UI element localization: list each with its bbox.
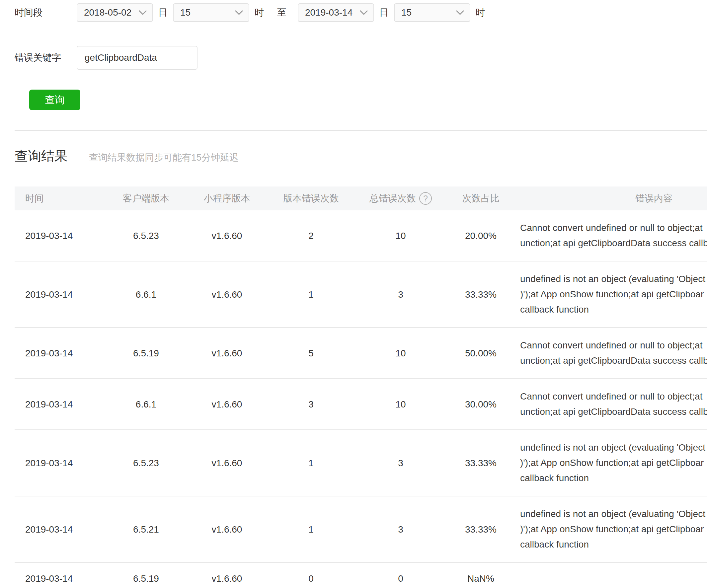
query-button[interactable]: 查询	[29, 90, 80, 110]
hour-suffix-label: 时	[476, 6, 485, 19]
keyword-row: 错误关键字	[14, 46, 707, 70]
day-suffix-label: 日	[158, 6, 168, 19]
cell-date: 2019-03-14	[14, 379, 105, 430]
cell-error-content: Cannot convert undefined or null to obje…	[516, 379, 707, 430]
cell-ratio: 33.33%	[445, 496, 516, 562]
cell-mp-version: v1.6.60	[188, 562, 266, 588]
error-line: unction;at api getClipboardData success …	[520, 236, 707, 251]
keyword-label: 错误关键字	[14, 51, 77, 64]
end-date-select[interactable]: 2019-03-14	[298, 3, 374, 22]
results-title: 查询结果	[14, 148, 68, 164]
help-icon[interactable]: ?	[419, 192, 432, 205]
cell-total-errors: 3	[356, 261, 445, 327]
cell-version-errors: 0	[266, 562, 356, 588]
cell-version-errors: 5	[266, 327, 356, 379]
start-date-select[interactable]: 2018-05-02	[77, 3, 153, 22]
cell-client-version: 6.5.23	[105, 210, 188, 261]
col-header-total-errors: 总错误次数 ?	[356, 186, 445, 210]
time-range-label: 时间段	[14, 6, 77, 19]
cell-total-errors: 0	[356, 562, 445, 588]
cell-date: 2019-03-14	[14, 210, 105, 261]
cell-error-content: undefined is not an object (evaluating '…	[516, 496, 707, 562]
cell-version-errors: 3	[266, 379, 356, 430]
table-row: 2019-03-14 6.5.19 v1.6.60 5 10 50.00% Ca…	[14, 327, 707, 379]
table-row: 2019-03-14 6.6.1 v1.6.60 1 3 33.33% unde…	[14, 261, 707, 327]
to-label: 至	[277, 6, 287, 19]
error-line: )');at App onShow function;at api getCli…	[520, 522, 707, 537]
chevron-down-icon	[138, 10, 147, 15]
chevron-down-icon	[456, 10, 464, 15]
cell-error-content	[516, 562, 707, 588]
cell-error-content: undefined is not an object (evaluating '…	[516, 261, 707, 327]
error-line: callback function	[520, 537, 707, 552]
cell-mp-version: v1.6.60	[188, 379, 266, 430]
keyword-input[interactable]	[77, 46, 198, 70]
col-header-total-errors-label: 总错误次数	[369, 192, 416, 205]
error-line: undefined is not an object (evaluating '…	[520, 440, 707, 455]
error-line: Cannot convert undefined or null to obje…	[520, 389, 707, 404]
hour-suffix-label: 时	[255, 6, 264, 19]
cell-date: 2019-03-14	[14, 261, 105, 327]
cell-ratio: 20.00%	[445, 210, 516, 261]
start-hour-select[interactable]: 15	[173, 3, 249, 22]
cell-client-version: 6.5.21	[105, 496, 188, 562]
error-line: )');at App onShow function;at api getCli…	[520, 287, 707, 302]
cell-mp-version: v1.6.60	[188, 210, 266, 261]
error-line: unction;at api getClipboardData success …	[520, 353, 707, 368]
error-line: Cannot convert undefined or null to obje…	[520, 220, 707, 236]
query-form: 时间段 2018-05-02 日 15 时 至 2019-03-14 日 15	[0, 3, 707, 110]
table-row: 2019-03-14 6.6.1 v1.6.60 3 10 30.00% Can…	[14, 379, 707, 430]
results-table: 时间 客户端版本 小程序版本 版本错误次数 总错误次数 ? 次数占比 错误内容 …	[14, 186, 707, 588]
end-date-value: 2019-03-14	[305, 7, 352, 18]
cell-total-errors: 3	[356, 496, 445, 562]
col-header-version-errors: 版本错误次数	[266, 186, 356, 210]
error-line: unction;at api getClipboardData success …	[520, 404, 707, 419]
table-header-row: 时间 客户端版本 小程序版本 版本错误次数 总错误次数 ? 次数占比 错误内容	[14, 186, 707, 210]
cell-date: 2019-03-14	[14, 496, 105, 562]
col-header-time: 时间	[14, 186, 105, 210]
section-divider	[14, 130, 707, 131]
cell-date: 2019-03-14	[14, 430, 105, 496]
table-body: 2019-03-14 6.5.23 v1.6.60 2 10 20.00% Ca…	[14, 210, 707, 588]
cell-client-version: 6.6.1	[105, 261, 188, 327]
error-line: Cannot convert undefined or null to obje…	[520, 338, 707, 353]
start-date-value: 2018-05-02	[84, 7, 131, 18]
cell-version-errors: 1	[266, 496, 356, 562]
cell-total-errors: 10	[356, 379, 445, 430]
cell-mp-version: v1.6.60	[188, 496, 266, 562]
cell-version-errors: 1	[266, 430, 356, 496]
start-hour-value: 15	[180, 7, 191, 18]
table-row: 2019-03-14 6.5.19 v1.6.60 0 0 NaN%	[14, 562, 707, 588]
table-row: 2019-03-14 6.5.23 v1.6.60 1 3 33.33% und…	[14, 430, 707, 496]
results-section: 查询结果 查询结果数据同步可能有15分钟延迟 时间 客户端版本 小程序版本 版本…	[0, 148, 707, 588]
cell-date: 2019-03-14	[14, 327, 105, 379]
cell-date: 2019-03-14	[14, 562, 105, 588]
cell-error-content: Cannot convert undefined or null to obje…	[516, 327, 707, 379]
cell-client-version: 6.5.23	[105, 430, 188, 496]
chevron-down-icon	[235, 10, 243, 15]
cell-ratio: 33.33%	[445, 261, 516, 327]
cell-total-errors: 3	[356, 430, 445, 496]
error-line: callback function	[520, 471, 707, 486]
cell-ratio: 50.00%	[445, 327, 516, 379]
error-line: )');at App onShow function;at api getCli…	[520, 455, 707, 471]
error-line: undefined is not an object (evaluating '…	[520, 271, 707, 287]
error-line: callback function	[520, 302, 707, 317]
col-header-mp-version: 小程序版本	[188, 186, 266, 210]
cell-mp-version: v1.6.60	[188, 430, 266, 496]
cell-ratio: NaN%	[445, 562, 516, 588]
table-row: 2019-03-14 6.5.23 v1.6.60 2 10 20.00% Ca…	[14, 210, 707, 261]
cell-total-errors: 10	[356, 210, 445, 261]
time-range-row: 时间段 2018-05-02 日 15 时 至 2019-03-14 日 15	[14, 3, 707, 22]
results-subtitle: 查询结果数据同步可能有15分钟延迟	[89, 151, 239, 164]
cell-client-version: 6.5.19	[105, 327, 188, 379]
cell-total-errors: 10	[356, 327, 445, 379]
col-header-ratio: 次数占比	[445, 186, 516, 210]
end-hour-value: 15	[401, 7, 412, 18]
cell-client-version: 6.6.1	[105, 379, 188, 430]
chevron-down-icon	[360, 10, 368, 15]
cell-mp-version: v1.6.60	[188, 261, 266, 327]
cell-ratio: 30.00%	[445, 379, 516, 430]
cell-ratio: 33.33%	[445, 430, 516, 496]
end-hour-select[interactable]: 15	[394, 3, 470, 22]
